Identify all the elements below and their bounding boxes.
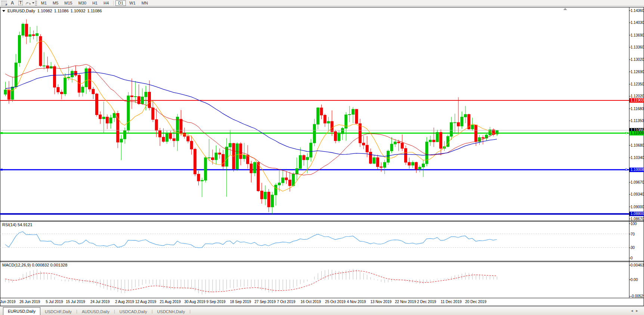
candle-body <box>36 34 38 36</box>
candle-body <box>4 90 7 94</box>
candle-body <box>74 71 77 75</box>
mt4-terminal: F A T ↗↘ M1 M5 M15 M30 H1 H4 D1 W1 MN EU… <box>0 0 644 315</box>
candle-body <box>292 174 295 185</box>
candle-body <box>29 35 31 37</box>
candle-body <box>106 117 109 123</box>
candle-body <box>130 96 133 97</box>
scroll-right-icon: ▸ <box>636 308 641 313</box>
chevron-down-icon[interactable] <box>32 2 34 4</box>
tab-audusd-daily[interactable]: AUDUSD,Daily <box>77 308 114 315</box>
candle-body <box>127 96 130 131</box>
candle-body <box>394 142 396 144</box>
candle-body <box>313 124 316 143</box>
candle-body <box>453 122 456 123</box>
candle-body <box>187 136 189 141</box>
candle-body <box>229 143 232 147</box>
candle-body <box>64 78 66 94</box>
candle-body <box>327 121 330 123</box>
candle-body <box>173 138 175 141</box>
candle-body <box>7 90 10 99</box>
candle-body <box>383 162 386 168</box>
candle-body <box>457 122 460 126</box>
timeframe-m15-button[interactable]: M15 <box>62 0 75 6</box>
fibonacci-tool-icon[interactable]: F <box>0 0 8 6</box>
candle-body <box>253 162 256 173</box>
timeframe-d1-button[interactable]: D1 <box>115 0 126 6</box>
candle-body <box>145 92 147 97</box>
candle-body <box>215 153 217 160</box>
candle-body <box>380 167 383 168</box>
candle-body <box>338 134 340 141</box>
candle-body <box>152 108 154 119</box>
candle-body <box>208 158 210 158</box>
candle-body <box>352 109 354 115</box>
candle-body <box>239 144 242 159</box>
candle-body <box>341 128 344 134</box>
candle-body <box>155 119 158 130</box>
candle-body <box>260 191 263 199</box>
candle-body <box>310 143 312 157</box>
candle-body <box>306 157 309 160</box>
label-tool-icon[interactable]: T <box>17 0 24 6</box>
tab-usdchf-daily[interactable]: USDCHF,Daily <box>40 308 76 315</box>
timeframe-h4-button[interactable]: H4 <box>101 0 111 6</box>
candle-body <box>446 136 449 146</box>
chevron-down-icon[interactable] <box>2 10 5 12</box>
candle-body <box>148 92 151 108</box>
macd-label: MACD(12,26,9) 0.000832 0.001328 <box>2 263 67 267</box>
candle-body <box>475 125 477 141</box>
candle-body <box>32 35 35 36</box>
rsi-label: RSI(14) 54.9121 <box>2 222 32 227</box>
candle-body <box>124 131 126 139</box>
candle-body <box>355 109 358 124</box>
candle-body <box>348 115 351 115</box>
candle-body <box>359 124 361 143</box>
timeframe-h1-button[interactable]: H1 <box>90 0 100 6</box>
candle-body <box>373 158 375 163</box>
candle-body <box>134 96 137 97</box>
candle-body <box>159 131 161 137</box>
candle-body <box>422 164 425 167</box>
candle-body <box>180 119 182 133</box>
arrows-tool-icon[interactable]: ↗↘ <box>25 0 34 6</box>
candle-body <box>411 162 414 165</box>
candle-body <box>99 115 102 119</box>
candle-body <box>425 142 428 164</box>
candle-body <box>482 137 484 138</box>
toolbar-separator <box>113 1 114 6</box>
tab-usdcad-daily[interactable]: USDCAD,Daily <box>115 308 152 315</box>
tab-usdcnh-daily[interactable]: USDCNH,Daily <box>153 308 190 315</box>
candle-body <box>275 185 277 195</box>
timeframe-mn-button[interactable]: MN <box>139 0 151 6</box>
candle-body <box>496 130 498 134</box>
candle-body <box>25 24 28 36</box>
candle-body <box>113 113 115 118</box>
timeframe-m1-button[interactable]: M1 <box>38 0 49 6</box>
candle-body <box>285 178 288 180</box>
candle-body <box>331 121 333 131</box>
candle-body <box>225 147 228 166</box>
symbol-period-label: EURUSD,Daily <box>7 9 35 13</box>
candle-body <box>320 108 323 115</box>
candle-body <box>278 183 281 185</box>
candle-body <box>282 178 284 183</box>
tab-scroll-buttons[interactable]: ◂▸ <box>631 308 641 313</box>
timeframe-w1-button[interactable]: W1 <box>127 0 138 6</box>
candle-body <box>271 195 273 207</box>
chart-title: EURUSD,Daily 1.10982 1.11086 1.10932 1.1… <box>2 9 102 13</box>
candle-body <box>440 132 442 149</box>
candle-body <box>405 149 407 162</box>
candle-body <box>218 153 221 154</box>
chart-shift-marker-icon[interactable] <box>563 8 567 10</box>
candle-body <box>418 167 421 169</box>
candle-body <box>162 137 165 141</box>
candle-body <box>415 162 418 169</box>
candle-body <box>141 97 144 104</box>
candle-body <box>109 118 112 123</box>
timeframe-m5-button[interactable]: M5 <box>50 0 61 6</box>
candle-body <box>43 66 45 66</box>
tab-eurusd-daily[interactable]: EURUSD,Daily <box>3 307 40 315</box>
candle-body <box>197 174 200 181</box>
timeframe-m30-button[interactable]: M30 <box>76 0 89 6</box>
text-tool-icon[interactable]: A <box>9 0 16 6</box>
